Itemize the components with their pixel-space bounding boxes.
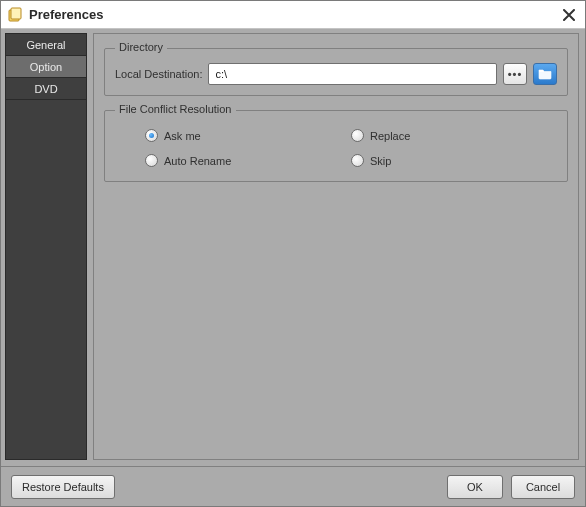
radio-label: Replace [370,130,410,142]
radio-label: Auto Rename [164,155,231,167]
local-destination-label: Local Destination: [115,68,202,80]
dialog-body: General Option DVD Directory Local Desti… [1,29,585,506]
conflict-legend: File Conflict Resolution [115,103,236,115]
button-bar: Restore Defaults OK Cancel [1,466,585,506]
browse-folder-button[interactable] [533,63,557,85]
sidebar-item-general[interactable]: General [6,34,86,56]
radio-icon [145,129,158,142]
radio-label: Skip [370,155,391,167]
directory-legend: Directory [115,41,167,53]
ok-button[interactable]: OK [447,475,503,499]
more-button[interactable]: ••• [503,63,527,85]
radio-icon [145,154,158,167]
sidebar-item-option[interactable]: Option [6,56,86,78]
content-panel: Directory Local Destination: ••• [93,33,579,460]
preferences-window: Preferences General Option DVD Directory… [0,0,586,507]
radio-icon [351,129,364,142]
cancel-button[interactable]: Cancel [511,475,575,499]
directory-group: Directory Local Destination: ••• [104,48,568,96]
titlebar: Preferences [1,1,585,29]
conflict-group: File Conflict Resolution Ask me Replace [104,110,568,182]
radio-label: Ask me [164,130,201,142]
window-title: Preferences [29,7,559,22]
radio-replace[interactable]: Replace [351,129,557,142]
folder-icon [538,68,552,80]
main-area: General Option DVD Directory Local Desti… [1,29,585,466]
restore-defaults-button[interactable]: Restore Defaults [11,475,115,499]
sidebar: General Option DVD [5,33,87,460]
app-icon [7,7,23,23]
sidebar-item-dvd[interactable]: DVD [6,78,86,100]
radio-ask-me[interactable]: Ask me [145,129,351,142]
close-button[interactable] [559,5,579,25]
ellipsis-icon: ••• [508,69,523,80]
radio-auto-rename[interactable]: Auto Rename [145,154,351,167]
radio-icon [351,154,364,167]
svg-rect-1 [11,8,21,19]
local-destination-input[interactable] [208,63,497,85]
radio-skip[interactable]: Skip [351,154,557,167]
